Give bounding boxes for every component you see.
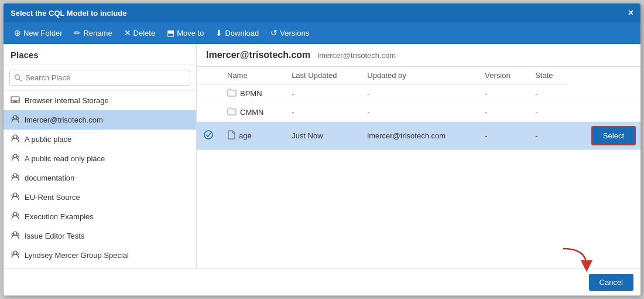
sidebar-item-public-place[interactable]: A public place bbox=[4, 130, 196, 149]
row-select-cell: Select bbox=[568, 122, 640, 150]
place-icon bbox=[11, 134, 20, 145]
dialog-footer: Cancel bbox=[4, 269, 640, 295]
sidebar-item-label: A public place bbox=[25, 135, 189, 144]
row-name-text: BPMN bbox=[240, 89, 262, 98]
place-icon bbox=[11, 192, 20, 203]
row-state: - bbox=[528, 84, 568, 103]
download-icon: ⬇ bbox=[215, 28, 222, 38]
sidebar-item-label: EU-Rent Source bbox=[25, 193, 189, 202]
search-input[interactable] bbox=[9, 70, 190, 86]
col-header-1: Name bbox=[220, 67, 285, 84]
sidebar-item-public-read-only[interactable]: A public read only place bbox=[4, 149, 196, 168]
toolbar: ⊕ New Folder ✏ Rename ✕ Delete ⬒ Move to… bbox=[4, 22, 640, 44]
sidebar-item-label: Lyndsey Mercer Group Special bbox=[25, 251, 189, 260]
row-last-updated: Just Now bbox=[285, 122, 360, 150]
sidebar-item-eu-rent[interactable]: EU-Rent Source bbox=[4, 188, 196, 207]
row-action-empty bbox=[568, 103, 640, 122]
move-to-label: Move to bbox=[177, 29, 204, 38]
row-name-text: CMMN bbox=[240, 108, 263, 117]
dialog-title: Select the CQL Model to include bbox=[11, 9, 126, 18]
rename-icon: ✏ bbox=[74, 28, 81, 38]
main-panel: lmercer@trisotech.com lmercer@trisotech.… bbox=[197, 44, 640, 269]
dialog-header: Select the CQL Model to include × bbox=[4, 4, 640, 22]
row-last-updated: - bbox=[285, 84, 360, 103]
row-state: - bbox=[528, 103, 568, 122]
folder-icon bbox=[227, 89, 237, 98]
move-to-icon: ⬒ bbox=[167, 28, 174, 38]
file-table: NameLast UpdatedUpdated byVersionState B… bbox=[197, 67, 640, 269]
place-icon bbox=[11, 230, 20, 242]
delete-button[interactable]: ✕ Delete bbox=[119, 26, 160, 40]
svg-rect-2 bbox=[13, 101, 17, 103]
dialog: Select the CQL Model to include × ⊕ New … bbox=[3, 3, 641, 296]
main-header: lmercer@trisotech.com lmercer@trisotech.… bbox=[197, 44, 640, 67]
search-box bbox=[4, 65, 196, 91]
row-action-empty bbox=[568, 84, 640, 103]
rename-button[interactable]: ✏ Rename bbox=[69, 26, 117, 40]
main-header-title: lmercer@trisotech.com bbox=[206, 50, 310, 60]
sidebar-item-label: lmercer@trisotech.com bbox=[25, 115, 189, 124]
sidebar-item-lyndsey-mercer[interactable]: Lyndsey Mercer Group Special bbox=[4, 246, 196, 265]
place-icon bbox=[11, 153, 20, 164]
move-to-button[interactable]: ⬒ Move to bbox=[162, 26, 208, 40]
table-body: BPMN----CMMN----ageJust Nowlmercer@triso… bbox=[197, 84, 640, 150]
places-list: Browser Internal Storagelmercer@trisotec… bbox=[4, 91, 196, 269]
row-name: CMMN bbox=[220, 103, 285, 122]
place-icon bbox=[11, 114, 20, 125]
row-last-updated: - bbox=[285, 103, 360, 122]
content-area: Places Browser Internal Storagelmercer@t… bbox=[4, 44, 640, 269]
row-updated-by: lmercer@trisotech.com bbox=[360, 122, 478, 150]
table-row[interactable]: BPMN---- bbox=[197, 84, 640, 103]
sidebar-item-documentation[interactable]: documentation bbox=[4, 168, 196, 188]
place-icon bbox=[11, 95, 20, 106]
versions-label: Versions bbox=[280, 29, 309, 38]
delete-label: Delete bbox=[133, 29, 156, 38]
col-header-2: Last Updated bbox=[285, 67, 360, 84]
row-version: - bbox=[478, 103, 528, 122]
col-header-0 bbox=[197, 67, 220, 84]
versions-icon: ↺ bbox=[270, 28, 278, 38]
place-icon bbox=[11, 172, 20, 184]
rename-label: Rename bbox=[83, 29, 112, 38]
table-row[interactable]: CMMN---- bbox=[197, 103, 640, 122]
download-label: Download bbox=[225, 29, 259, 38]
sidebar-item-execution-examples[interactable]: Execution Examples bbox=[4, 207, 196, 226]
download-button[interactable]: ⬇ Download bbox=[211, 26, 263, 40]
main-header-subtitle: lmercer@trisotech.com bbox=[317, 51, 396, 60]
row-updated-by: - bbox=[360, 84, 478, 103]
versions-button[interactable]: ↺ Versions bbox=[266, 26, 314, 40]
row-version: - bbox=[478, 122, 528, 150]
cancel-button[interactable]: Cancel bbox=[589, 274, 633, 291]
row-version: - bbox=[478, 84, 528, 103]
sidebar: Places Browser Internal Storagelmercer@t… bbox=[4, 44, 197, 269]
close-button[interactable]: × bbox=[628, 8, 633, 18]
row-name: BPMN bbox=[220, 84, 285, 103]
new-folder-button[interactable]: ⊕ New Folder bbox=[9, 26, 67, 40]
row-check bbox=[197, 122, 220, 150]
place-icon bbox=[11, 211, 20, 222]
row-check bbox=[197, 84, 220, 103]
file-icon bbox=[227, 130, 235, 141]
row-name-text: age bbox=[239, 131, 252, 140]
row-state: - bbox=[528, 122, 568, 150]
new-folder-label: New Folder bbox=[23, 29, 62, 38]
sidebar-item-label: Browser Internal Storage bbox=[25, 96, 189, 105]
new-folder-icon: ⊕ bbox=[14, 28, 21, 38]
row-check bbox=[197, 103, 220, 122]
files-table: NameLast UpdatedUpdated byVersionState B… bbox=[197, 67, 640, 150]
table-header-row: NameLast UpdatedUpdated byVersionState bbox=[197, 67, 640, 84]
row-name: age bbox=[220, 122, 285, 150]
sidebar-item-label: documentation bbox=[25, 174, 189, 182]
col-header-5: State bbox=[528, 67, 568, 84]
folder-icon bbox=[227, 107, 237, 117]
sidebar-item-lmercer[interactable]: lmercer@trisotech.com bbox=[4, 110, 196, 130]
sidebar-item-label: Issue Editor Tests bbox=[25, 232, 189, 240]
sidebar-item-browser-internal[interactable]: Browser Internal Storage bbox=[4, 91, 196, 110]
delete-icon: ✕ bbox=[124, 28, 131, 38]
sidebar-item-issue-editor[interactable]: Issue Editor Tests bbox=[4, 226, 196, 246]
table-row[interactable]: ageJust Nowlmercer@trisotech.com--Select bbox=[197, 122, 640, 150]
row-updated-by: - bbox=[360, 103, 478, 122]
sidebar-title: Places bbox=[4, 44, 196, 65]
sidebar-item-label: Execution Examples bbox=[25, 212, 189, 221]
select-button[interactable]: Select bbox=[591, 126, 636, 145]
